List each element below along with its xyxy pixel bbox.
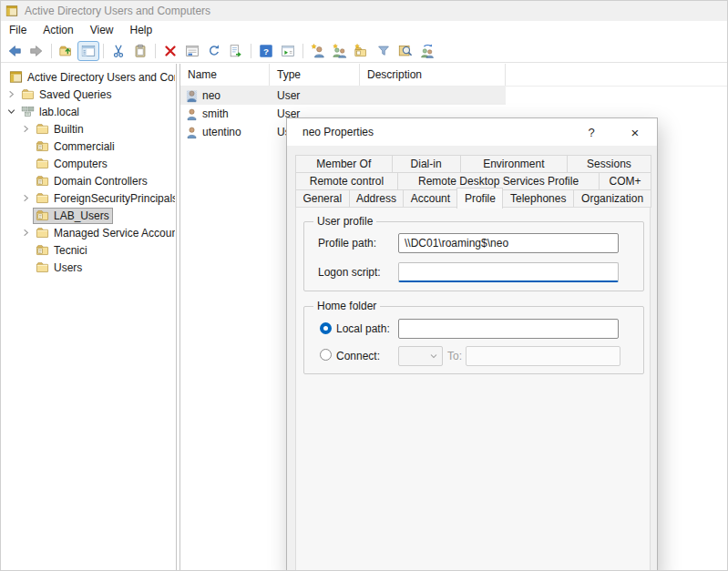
tree-item-target[interactable]: Domain Controllers <box>33 173 151 189</box>
help-icon: ? <box>258 43 274 59</box>
menu-view[interactable]: View <box>82 21 122 39</box>
tab-profile[interactable]: Profile <box>456 188 503 209</box>
column-header-name[interactable]: Name <box>180 64 270 86</box>
tree-item-target[interactable]: Computers <box>33 156 111 172</box>
tree-item-commerciali[interactable]: Commerciali <box>1 138 176 155</box>
find-icon <box>397 43 414 59</box>
tab-account[interactable]: Account <box>403 189 457 208</box>
chevron-right-icon[interactable] <box>19 226 33 240</box>
tree-item-target[interactable]: Saved Queries <box>18 87 115 103</box>
toolbar-properties-button[interactable] <box>181 41 203 61</box>
folder-icon <box>21 87 35 101</box>
toolbar-back-button[interactable] <box>4 41 26 61</box>
toolbar-up-one-level-button[interactable] <box>56 41 77 61</box>
tab-com[interactable]: COM+ <box>599 172 651 190</box>
drive-letter-dropdown[interactable] <box>398 346 443 366</box>
tab-telephones[interactable]: Telephones <box>502 189 574 208</box>
tree-item-label: Tecnici <box>54 244 87 257</box>
up-one-level-icon <box>58 43 75 59</box>
toolbar-add-to-group-button[interactable] <box>416 41 438 61</box>
toolbar-new-group-button[interactable] <box>329 41 351 61</box>
dialog-titlebar: neo Properties ? × <box>287 118 657 146</box>
connect-label[interactable]: Connect: <box>336 350 380 362</box>
tree-item-computers[interactable]: Computers <box>1 155 176 172</box>
tree-item-foreignsecurityprincipals[interactable]: ForeignSecurityPrincipals <box>1 189 176 207</box>
tree-item-users[interactable]: Users <box>1 259 176 276</box>
toolbar-show-action-pane-button[interactable] <box>277 41 299 61</box>
chevron-right-icon[interactable] <box>19 122 33 136</box>
dialog-help-button[interactable]: ? <box>578 120 605 144</box>
toolbar: ? <box>1 39 727 63</box>
column-header-description[interactable]: Description <box>360 64 506 86</box>
toolbar-refresh-button[interactable] <box>203 41 225 61</box>
chevron-down-icon[interactable] <box>5 105 18 118</box>
local-path-label[interactable]: Local path: <box>336 322 390 335</box>
tree-item-domain-controllers[interactable]: Domain Controllers <box>1 172 176 189</box>
show-console-tree-icon <box>80 43 97 59</box>
menu-file[interactable]: File <box>1 21 35 39</box>
profile-path-input[interactable] <box>398 233 619 253</box>
console-tree-pane: Active Directory Users and ComputersSave… <box>1 64 177 570</box>
tree-item-target[interactable]: Active Directory Users and Computers <box>6 69 176 86</box>
tree-item-target[interactable]: LAB_Users <box>33 208 113 224</box>
tab-general[interactable]: General <box>295 189 350 208</box>
toolbar-export-list-button[interactable] <box>225 41 247 61</box>
new-user-icon <box>310 43 326 59</box>
tree-item-active-directory-users-and-computers[interactable]: Active Directory Users and Computers <box>1 68 176 86</box>
toolbar-filter-button[interactable] <box>373 41 395 61</box>
chevron-placeholder <box>19 243 33 257</box>
tree-item-builtin[interactable]: Builtin <box>1 120 176 138</box>
list-row-neo[interactable]: neoUser <box>180 87 506 105</box>
tab-remote-control[interactable]: Remote control <box>295 172 398 190</box>
tab-sessions[interactable]: Sessions <box>567 155 651 173</box>
cell-type: User <box>270 89 360 102</box>
toolbar-delete-button[interactable] <box>159 41 181 61</box>
tree-item-lab-users[interactable]: LAB_Users <box>1 207 176 224</box>
logon-script-input[interactable] <box>398 262 619 282</box>
folder-icon <box>36 122 49 136</box>
tree-item-target[interactable]: Tecnici <box>33 242 91 259</box>
column-header-type[interactable]: Type <box>270 64 360 86</box>
cut-icon <box>110 43 127 59</box>
tree-item-target[interactable]: Managed Service Accounts <box>33 225 176 241</box>
tab-organization[interactable]: Organization <box>573 189 651 208</box>
toolbar-find-button[interactable] <box>395 41 416 61</box>
aduc-window: Active Directory Users and Computers Fil… <box>0 0 728 571</box>
menu-help[interactable]: Help <box>122 21 161 39</box>
home-folder-group-label: Home folder <box>313 300 380 312</box>
local-path-radio[interactable] <box>320 322 332 334</box>
toolbar-cut-button[interactable] <box>108 41 129 61</box>
dialog-close-button[interactable]: × <box>621 120 649 144</box>
toolbar-forward-button[interactable] <box>26 41 47 61</box>
toolbar-show-console-tree-button[interactable] <box>77 41 99 61</box>
chevron-right-icon[interactable] <box>19 191 33 205</box>
filter-icon <box>375 43 392 59</box>
connect-to-input[interactable] <box>466 346 620 366</box>
tree-item-target[interactable]: Commerciali <box>33 138 118 155</box>
toolbar-separator <box>103 44 104 58</box>
tree-item-saved-queries[interactable]: Saved Queries <box>1 86 176 103</box>
tree-item-tecnici[interactable]: Tecnici <box>1 241 176 259</box>
user-name: smith <box>202 107 229 120</box>
toolbar-paste-button[interactable] <box>129 41 151 61</box>
tree-item-target[interactable]: Builtin <box>33 121 87 138</box>
user-icon <box>185 107 199 121</box>
toolbar-new-ou-button[interactable] <box>351 41 373 61</box>
tree-item-target[interactable]: ForeignSecurityPrincipals <box>33 190 176 207</box>
local-path-input[interactable] <box>398 319 619 339</box>
toolbar-new-user-button[interactable] <box>307 41 329 61</box>
tab-address[interactable]: Address <box>349 189 405 208</box>
menu-action[interactable]: Action <box>35 21 81 39</box>
user-profile-group: User profile Profile path: Logon script: <box>303 221 644 291</box>
add-to-group-icon <box>419 43 436 59</box>
connect-radio[interactable] <box>320 349 332 361</box>
tree-item-managed-service-accounts[interactable]: Managed Service Accounts <box>1 224 176 241</box>
tree-item-target[interactable]: Users <box>33 260 86 276</box>
tree-item-lab-local[interactable]: lab.local <box>1 103 176 120</box>
tree-item-target[interactable]: lab.local <box>18 104 83 120</box>
tab-member-of[interactable]: Member Of <box>295 155 393 173</box>
chevron-right-icon[interactable] <box>5 87 18 101</box>
tab-environment[interactable]: Environment <box>460 155 568 173</box>
tab-dial-in[interactable]: Dial-in <box>392 155 461 173</box>
toolbar-help-button[interactable]: ? <box>255 41 277 61</box>
